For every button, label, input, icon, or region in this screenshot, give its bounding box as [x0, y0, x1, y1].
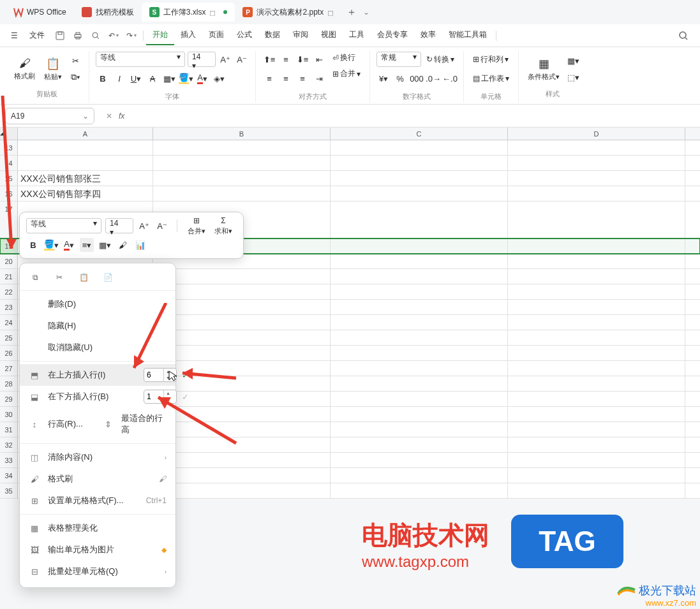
strike-button[interactable]: A: [145, 71, 160, 85]
cell-style-icon[interactable]: ⬚▾: [566, 70, 580, 84]
insert-above-value[interactable]: [144, 371, 163, 379]
cancel-formula-icon[interactable]: ✕: [106, 112, 112, 121]
font-color-button[interactable]: A▾: [195, 71, 209, 85]
cell[interactable]: [331, 346, 508, 360]
ctx-painter[interactable]: 🖌格式刷🖌: [20, 468, 175, 490]
cell[interactable]: [153, 361, 331, 376]
cell[interactable]: [331, 284, 508, 299]
cell[interactable]: [153, 483, 331, 498]
tab-menu-chevron[interactable]: ⌄: [363, 8, 369, 17]
menu-工具[interactable]: 工具: [343, 26, 371, 45]
mini-border-button[interactable]: ▦▾: [98, 238, 112, 252]
row-header-15[interactable]: 15: [0, 171, 18, 186]
cell[interactable]: [508, 483, 685, 498]
align-middle-icon[interactable]: ≡: [279, 52, 293, 66]
cell[interactable]: [331, 453, 508, 467]
mini-merge-button[interactable]: ⊞合并▾: [185, 215, 208, 237]
cell[interactable]: [508, 156, 685, 170]
font-size-select[interactable]: 14 ▾: [188, 52, 216, 67]
ctx-clear[interactable]: ◫清除内容(N)›: [20, 446, 175, 468]
cell[interactable]: [331, 254, 508, 268]
align-top-icon[interactable]: ⬆≡: [262, 52, 276, 66]
cell[interactable]: XXX公司销售部李四: [18, 186, 153, 201]
cell[interactable]: [508, 186, 685, 201]
mini-sum-button[interactable]: Σ求和▾: [212, 215, 235, 237]
cell[interactable]: [331, 392, 508, 406]
convert-button[interactable]: ↻ 转换▾: [424, 53, 457, 66]
redo-icon[interactable]: ↷▾: [123, 27, 140, 45]
cell[interactable]: [153, 186, 331, 201]
row-header-32[interactable]: 32: [0, 437, 18, 452]
cell[interactable]: [508, 140, 685, 155]
cell[interactable]: [153, 346, 331, 360]
cell[interactable]: [331, 376, 508, 391]
cell[interactable]: [153, 392, 331, 406]
ctx-row-height[interactable]: ↕行高(R)...: [20, 413, 98, 435]
check-icon[interactable]: ✓: [182, 371, 189, 380]
merge-cells-button[interactable]: ⊞ 合并▾: [330, 67, 363, 80]
spin-up-icon[interactable]: ▲: [164, 369, 172, 375]
ctx-hide[interactable]: 隐藏(H): [20, 315, 175, 337]
menu-效率[interactable]: 效率: [414, 26, 442, 45]
cell[interactable]: [153, 422, 331, 437]
underline-button[interactable]: U▾: [129, 71, 143, 85]
ctx-copy-icon[interactable]: ⧉: [29, 271, 41, 284]
format-painter-button[interactable]: 🖌格式刷: [11, 51, 38, 87]
cell[interactable]: [508, 315, 685, 330]
new-tab-button[interactable]: ＋: [343, 3, 361, 21]
mini-bold-button[interactable]: B: [26, 238, 40, 252]
decrease-font-icon[interactable]: A⁻: [235, 52, 249, 66]
menu-审阅[interactable]: 审阅: [287, 26, 315, 45]
ctx-export-img[interactable]: 🖼输出单元格为图片◆: [20, 539, 175, 561]
cell[interactable]: [508, 254, 685, 268]
mini-dec-font-icon[interactable]: A⁻: [155, 219, 169, 233]
phonetic-button[interactable]: ◈▾: [212, 71, 226, 85]
formula-input[interactable]: [131, 111, 690, 121]
row-header-20[interactable]: 20: [0, 254, 18, 268]
cell[interactable]: [508, 284, 685, 299]
insert-below-value[interactable]: [144, 392, 163, 401]
cell[interactable]: [508, 346, 685, 360]
indent-inc-icon[interactable]: ⇥: [312, 71, 326, 85]
name-box[interactable]: A19⌄: [5, 108, 94, 124]
cell[interactable]: [508, 407, 685, 422]
cell[interactable]: [508, 300, 685, 314]
spin-down-icon[interactable]: ▼: [164, 375, 172, 381]
ctx-beautify[interactable]: ▦表格整理美化: [20, 517, 175, 539]
cell[interactable]: [331, 202, 508, 238]
number-format-select[interactable]: 常规▾: [376, 52, 421, 67]
cut-icon[interactable]: ✂: [68, 54, 82, 68]
ctx-delete[interactable]: 删除(D): [20, 293, 175, 315]
col-header-B[interactable]: B: [153, 128, 331, 140]
cell[interactable]: [508, 269, 685, 284]
wrap-text-button[interactable]: ⏎ 换行: [330, 51, 363, 64]
file-tab-1[interactable]: S工作簿3.xlsx ◻: [142, 3, 235, 22]
cell[interactable]: [153, 315, 331, 330]
row-header-17[interactable]: 17: [0, 202, 18, 238]
cell[interactable]: [153, 140, 331, 155]
cell[interactable]: [153, 453, 331, 467]
cell[interactable]: [153, 468, 331, 483]
cell[interactable]: [508, 376, 685, 391]
cell[interactable]: XXX公司销售部张三: [18, 171, 153, 186]
insert-above-spinner[interactable]: ▲▼: [144, 368, 177, 382]
cell[interactable]: [508, 437, 685, 452]
borders-button[interactable]: ▦▾: [162, 71, 176, 85]
row-header-30[interactable]: 30: [0, 407, 18, 422]
menu-智能工具箱[interactable]: 智能工具箱: [442, 26, 493, 45]
paste-button[interactable]: 📋粘贴▾: [41, 51, 64, 87]
mini-painter-button[interactable]: 🖌: [115, 238, 130, 252]
pin-icon[interactable]: ◻: [209, 8, 217, 16]
fill-color-button[interactable]: 🪣▾: [179, 71, 193, 85]
cell[interactable]: [331, 483, 508, 498]
cell[interactable]: [331, 140, 508, 155]
ctx-cut-icon[interactable]: ✂: [53, 271, 66, 284]
col-header-D[interactable]: D: [508, 128, 685, 140]
mini-inc-font-icon[interactable]: A⁺: [137, 219, 151, 233]
mini-fill-button[interactable]: 🪣▾: [44, 238, 58, 252]
cell[interactable]: [153, 376, 331, 391]
menu-file[interactable]: 文件: [23, 26, 51, 45]
save-icon[interactable]: [51, 27, 69, 45]
italic-button[interactable]: I: [112, 71, 126, 85]
row-header-13[interactable]: 13: [0, 140, 18, 155]
